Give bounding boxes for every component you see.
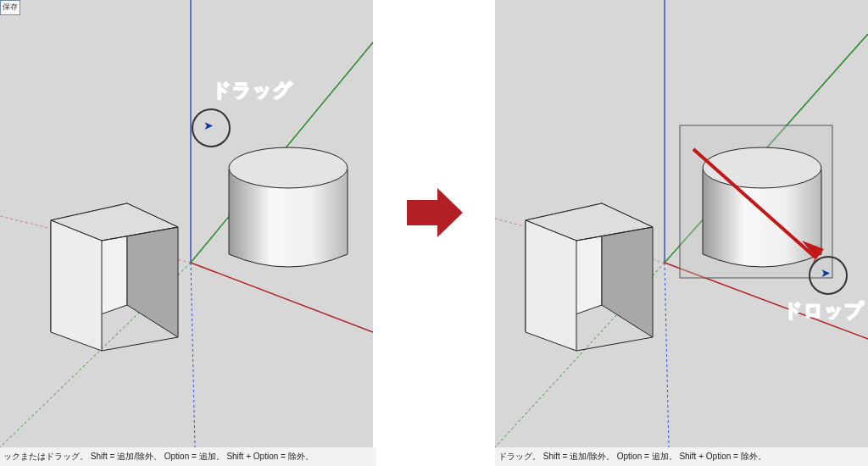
svg-point-26 (703, 147, 821, 188)
cylinder-shape (229, 147, 348, 267)
svg-line-15 (665, 263, 669, 447)
viewport-after: ➤ ドロップ (495, 0, 868, 447)
svg-marker-23 (526, 220, 576, 351)
scene-after (495, 0, 868, 447)
drag-label: ドラッグ (212, 78, 293, 103)
cursor-icon: ➤ (203, 119, 214, 132)
svg-marker-13 (407, 188, 463, 237)
transition-arrow-icon (407, 185, 463, 241)
svg-line-25 (576, 337, 653, 351)
viewport-before: 保存 ドラッグ ➤ (0, 0, 373, 447)
svg-marker-9 (51, 220, 102, 351)
svg-line-1 (191, 263, 195, 447)
cursor-icon: ➤ (821, 266, 831, 280)
cube-shape (526, 203, 653, 351)
drop-label: ドロップ (783, 298, 865, 324)
status-bar-before: ックまたはドラッグ。 Shift = 追加/除外。 Option = 追加。 S… (0, 447, 376, 466)
scene-before (0, 0, 373, 447)
save-button[interactable]: 保存 (0, 0, 20, 15)
svg-line-11 (102, 337, 178, 351)
cube-shape (51, 203, 178, 351)
status-bar-after: ドラッグ。 Shift = 追加/除外。 Option = 追加。 Shift … (495, 447, 868, 466)
svg-point-12 (229, 147, 348, 188)
svg-line-4 (191, 263, 373, 332)
